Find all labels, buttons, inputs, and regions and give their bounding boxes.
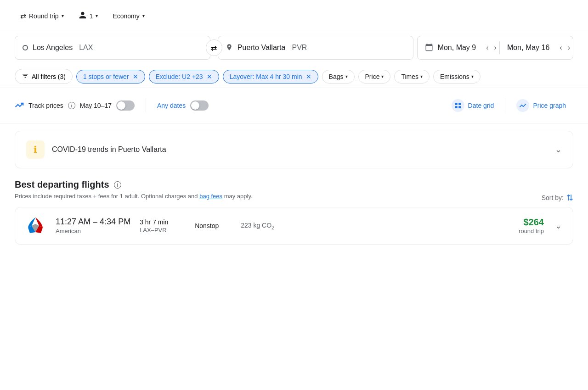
date-section: Mon, May 9 ‹ › Mon, May 16 ‹ › [417, 36, 573, 60]
origin-city: Los Angeles [33, 44, 73, 52]
destination-city: Puerto Vallarta [237, 44, 286, 52]
bags-filter-label: Bags [329, 73, 344, 80]
destination-code: PVR [292, 44, 307, 52]
covid-card-title: COVID-19 trends in Puerto Vallarta [52, 145, 548, 154]
tools-divider [505, 99, 505, 112]
flight-price: $264 [519, 217, 544, 228]
tracking-row: Track prices i May 10–17 Any dates Date … [0, 88, 588, 123]
cabin-class-selector[interactable]: Economy ▾ [107, 9, 150, 23]
flight-stops: Nonstop [195, 222, 232, 229]
layover-filter-label: Layover: Max 4 hr 30 min [230, 73, 302, 80]
date-grid-button[interactable]: Date grid [444, 95, 502, 116]
depart-date-prev[interactable]: ‹ [483, 42, 491, 54]
airline-logo [24, 215, 46, 237]
filters-row: All filters (3) 1 stops or fewer ✕ Exclu… [0, 65, 588, 88]
best-flights-title: Best departing flights [15, 179, 109, 190]
track-prices-label: Track prices [28, 102, 63, 109]
swap-icon: ⇄ [211, 44, 217, 52]
any-dates-toggle[interactable] [190, 100, 209, 111]
american-airlines-logo [25, 216, 45, 236]
price-filter[interactable]: Price ▾ [358, 70, 391, 84]
layover-filter-close[interactable]: ✕ [306, 73, 311, 80]
destination-field[interactable]: Puerto Vallarta PVR [218, 36, 413, 60]
origin-code: LAX [79, 44, 93, 52]
trip-type-selector[interactable]: ⇄ Round trip ▾ [15, 8, 69, 24]
swap-button[interactable]: ⇄ [206, 39, 222, 56]
price-chevron-icon: ▾ [381, 74, 384, 79]
depart-date: Mon, May 9 [438, 44, 476, 52]
times-filter-label: Times [401, 73, 418, 80]
bag-fees-link[interactable]: bag fees [199, 193, 222, 200]
cabin-class-label: Economy [113, 12, 139, 20]
flight-airline: American [56, 228, 130, 234]
destination-pin-icon [226, 44, 233, 52]
exclude-filter-chip[interactable]: Exclude: U2 +23 ✕ [149, 70, 219, 84]
stops-filter-label: 1 stops or fewer [83, 73, 129, 80]
return-date-prev[interactable]: ‹ [557, 42, 565, 54]
tracking-divider [146, 99, 146, 112]
times-filter[interactable]: Times ▾ [394, 70, 430, 84]
track-prices-info-icon[interactable]: i [68, 102, 75, 109]
search-row: Los Angeles LAX ⇄ Puerto Vallarta PVR Mo… [0, 30, 588, 65]
times-chevron-icon: ▾ [420, 74, 423, 79]
return-date-field[interactable]: Mon, May 16 [500, 39, 557, 56]
emissions-chevron-icon: ▾ [471, 74, 474, 79]
origin-field[interactable]: Los Angeles LAX [15, 36, 210, 60]
expand-chevron-icon: ⌄ [555, 221, 562, 230]
emissions-filter[interactable]: Emissions ▾ [433, 70, 481, 84]
stops-filter-close[interactable]: ✕ [133, 73, 138, 80]
flight-co2: 223 kg CO2 [241, 222, 287, 230]
subtitle-end: may apply. [224, 193, 253, 200]
flight-expand-button[interactable]: ⌄ [553, 219, 564, 233]
passengers-selector[interactable]: 1 ▾ [73, 7, 104, 24]
best-flights-info-icon[interactable]: i [114, 181, 121, 189]
emissions-filter-label: Emissions [440, 73, 469, 80]
flight-stops-section: Nonstop [195, 222, 232, 229]
stops-filter-chip[interactable]: 1 stops or fewer ✕ [76, 70, 145, 84]
svg-rect-3 [458, 106, 461, 108]
exclude-filter-close[interactable]: ✕ [207, 73, 212, 80]
flight-price-label: round trip [519, 228, 544, 234]
any-dates-toggle-knob [191, 101, 199, 110]
any-dates-label: Any dates [157, 102, 186, 109]
flight-departure-arrival: 11:27 AM – 4:34 PM [56, 217, 130, 227]
return-date-next[interactable]: › [565, 42, 573, 54]
arrival-time: 4:34 PM [100, 217, 130, 226]
person-icon [79, 11, 87, 21]
all-filters-label: All filters (3) [32, 73, 66, 80]
depart-date-field[interactable]: Mon, May 9 [418, 39, 484, 57]
calendar-icon [425, 43, 433, 53]
round-trip-icon: ⇄ [20, 11, 26, 20]
time-dash: – [93, 217, 100, 226]
flight-price-section: $264 round trip [519, 217, 544, 234]
trip-type-chevron: ▾ [62, 13, 64, 18]
flight-duration-section: 3 hr 7 min LAX–PVR [140, 218, 186, 234]
top-bar: ⇄ Round trip ▾ 1 ▾ Economy ▾ [0, 0, 588, 30]
origin-circle-icon [23, 45, 28, 50]
layover-filter-chip[interactable]: Layover: Max 4 hr 30 min ✕ [223, 70, 318, 84]
cabin-class-chevron: ▾ [142, 13, 145, 18]
price-graph-button[interactable]: Price graph [509, 95, 573, 116]
bags-filter[interactable]: Bags ▾ [322, 70, 355, 84]
sort-icon[interactable]: ⇅ [566, 193, 573, 203]
trending-up-icon [15, 100, 24, 111]
flight-card[interactable]: 11:27 AM – 4:34 PM American 3 hr 7 min L… [15, 207, 573, 245]
departure-time: 11:27 AM [56, 217, 90, 226]
covid-info-icon: ℹ [34, 144, 37, 155]
track-prices-section: Track prices i May 10–17 [15, 100, 135, 111]
depart-date-next[interactable]: › [492, 42, 499, 54]
price-filter-label: Price [365, 73, 380, 80]
return-date: Mon, May 16 [507, 44, 549, 52]
track-prices-toggle-knob [117, 101, 125, 110]
best-flights-header: Best departing flights i [15, 179, 573, 190]
passengers-chevron: ▾ [96, 13, 98, 18]
price-graph-label: Price graph [533, 102, 566, 109]
covid-card[interactable]: ℹ COVID-19 trends in Puerto Vallarta ⌄ [15, 131, 573, 168]
date-grid-icon [452, 99, 464, 112]
track-date-range: May 10–17 [80, 102, 112, 109]
date-grid-label: Date grid [468, 102, 494, 109]
all-filters-button[interactable]: All filters (3) [15, 69, 73, 84]
bags-chevron-icon: ▾ [345, 74, 348, 79]
svg-rect-1 [458, 103, 461, 105]
track-prices-toggle[interactable] [116, 100, 135, 111]
